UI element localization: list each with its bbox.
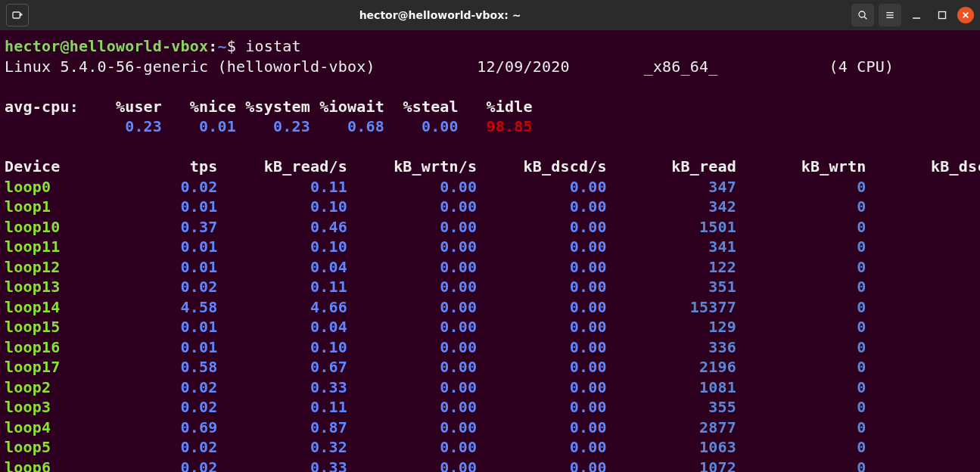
terminal-body[interactable]: hector@helloworld-vbox:~$ iostat Linux 5… — [0, 30, 980, 472]
dev-wps-10: 0.00 — [347, 378, 477, 396]
dev-wrtn-3: 0 — [736, 238, 866, 256]
cpu-steal: 0.00 — [384, 117, 459, 135]
dev-read-8: 336 — [607, 338, 736, 356]
cpu-hdr-3: %iowait — [310, 98, 384, 116]
dev-wps-3: 0.00 — [347, 238, 477, 256]
dev-hdr-tps: tps — [134, 157, 217, 175]
dev-read-13: 1063 — [607, 438, 736, 456]
dev-dscd-2: 0 — [866, 218, 980, 236]
dev-dps-5: 0.00 — [477, 278, 606, 296]
dev-name-11: loop3 — [5, 398, 134, 416]
dev-name-14: loop6 — [5, 458, 134, 473]
cpu-hdr-1: %nice — [162, 98, 236, 116]
dev-hdr-dscd: kB_dscd — [866, 157, 980, 175]
sys-date: 12/09/2020 — [477, 57, 643, 76]
maximize-button[interactable] — [932, 5, 953, 26]
dev-dscd-14: 0 — [866, 458, 980, 473]
dev-dps-12: 0.00 — [477, 418, 606, 436]
dev-name-4: loop12 — [5, 258, 134, 276]
sys-kernel: Linux 5.4.0-56-generic (helloworld-vbox) — [5, 57, 477, 76]
dev-read-2: 1501 — [607, 218, 736, 236]
dev-wps-0: 0.00 — [347, 178, 477, 196]
dev-wps-1: 0.00 — [347, 197, 477, 216]
dev-rps-9: 0.67 — [218, 358, 347, 376]
sys-cpu: (4 CPU) — [829, 57, 894, 76]
close-button[interactable] — [957, 7, 974, 23]
dev-rps-8: 0.10 — [218, 338, 347, 356]
dev-dscd-10: 0 — [866, 378, 980, 396]
dev-dscd-9: 0 — [866, 358, 980, 376]
dev-wrtn-6: 0 — [736, 298, 866, 316]
dev-dps-8: 0.00 — [477, 338, 606, 356]
dev-name-3: loop11 — [5, 238, 134, 256]
dev-dps-4: 0.00 — [477, 258, 606, 276]
dev-wps-2: 0.00 — [347, 218, 477, 236]
dev-hdr-dps: kB_dscd/s — [477, 157, 606, 175]
dev-name-0: loop0 — [5, 178, 134, 196]
prompt-colon: : — [208, 37, 217, 55]
titlebar: hector@helloworld-vbox: ~ — [0, 0, 980, 30]
dev-wrtn-14: 0 — [736, 458, 866, 473]
dev-dscd-7: 0 — [866, 318, 980, 336]
dev-wps-7: 0.00 — [347, 318, 477, 336]
dev-dps-3: 0.00 — [477, 238, 606, 256]
minimize-button[interactable] — [906, 5, 927, 26]
dev-rps-2: 0.46 — [218, 218, 347, 236]
cpu-hdr-5: %idle — [459, 98, 533, 116]
dev-dps-10: 0.00 — [477, 378, 606, 396]
cpu-hdr-4: %steal — [384, 98, 459, 116]
svg-rect-9 — [939, 12, 946, 19]
dev-tps-14: 0.02 — [134, 458, 217, 473]
dev-read-14: 1072 — [607, 458, 736, 473]
dev-wrtn-0: 0 — [736, 178, 866, 196]
dev-wps-12: 0.00 — [347, 418, 477, 436]
dev-wps-9: 0.00 — [347, 358, 477, 376]
new-tab-button[interactable] — [6, 4, 29, 26]
cpu-hdr-2: %system — [236, 98, 310, 116]
dev-dscd-13: 0 — [866, 438, 980, 456]
cpu-idle: 98.85 — [459, 117, 533, 135]
dev-dps-1: 0.00 — [477, 197, 606, 216]
dev-name-5: loop13 — [5, 278, 134, 296]
dev-wrtn-12: 0 — [736, 418, 866, 436]
dev-tps-11: 0.02 — [134, 398, 217, 416]
dev-rps-3: 0.10 — [218, 238, 347, 256]
dev-read-3: 341 — [607, 238, 736, 256]
cpu-system: 0.23 — [236, 117, 310, 135]
dev-wrtn-5: 0 — [736, 278, 866, 296]
dev-name-13: loop5 — [5, 438, 134, 456]
dev-tps-9: 0.58 — [134, 358, 217, 376]
dev-wps-14: 0.00 — [347, 458, 477, 473]
cpu-user: 0.23 — [88, 117, 162, 135]
svg-point-3 — [859, 11, 865, 17]
dev-dps-11: 0.00 — [477, 398, 606, 416]
dev-rps-4: 0.04 — [218, 258, 347, 276]
dev-tps-2: 0.37 — [134, 218, 217, 236]
dev-read-7: 129 — [607, 318, 736, 336]
dev-tps-3: 0.01 — [134, 238, 217, 256]
dev-wrtn-7: 0 — [736, 318, 866, 336]
dev-hdr-rps: kB_read/s — [218, 157, 347, 175]
prompt-user-host: hector@helloworld-vbox — [5, 37, 208, 55]
cpu-iowait: 0.68 — [310, 117, 384, 135]
dev-read-10: 1081 — [607, 378, 736, 396]
dev-rps-14: 0.33 — [218, 458, 347, 473]
dev-wrtn-10: 0 — [736, 378, 866, 396]
cpu-nice: 0.01 — [162, 117, 236, 135]
dev-rps-12: 0.87 — [218, 418, 347, 436]
dev-rps-1: 0.10 — [218, 197, 347, 216]
menu-button[interactable] — [879, 4, 901, 26]
dev-wps-8: 0.00 — [347, 338, 477, 356]
dev-dps-0: 0.00 — [477, 178, 606, 196]
dev-dscd-3: 0 — [866, 238, 980, 256]
dev-dscd-11: 0 — [866, 398, 980, 416]
search-button[interactable] — [851, 4, 874, 26]
dev-dscd-4: 0 — [866, 258, 980, 276]
prompt-dollar: $ — [227, 37, 245, 55]
dev-read-11: 355 — [607, 398, 736, 416]
dev-rps-7: 0.04 — [218, 318, 347, 336]
dev-name-8: loop16 — [5, 338, 134, 356]
dev-read-0: 347 — [607, 178, 736, 196]
dev-dps-13: 0.00 — [477, 438, 606, 456]
dev-wrtn-11: 0 — [736, 398, 866, 416]
